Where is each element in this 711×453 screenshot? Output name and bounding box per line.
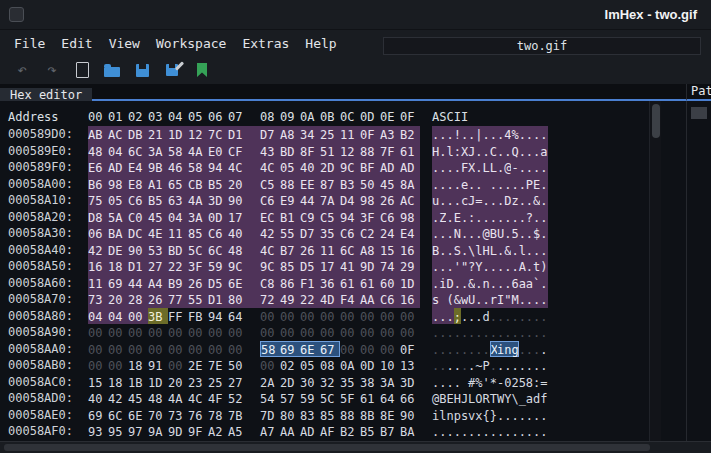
ascii-char[interactable]: ( <box>446 291 453 308</box>
hex-byte[interactable]: 48 <box>88 143 108 160</box>
hex-byte[interactable]: AF <box>320 423 340 440</box>
ascii-char[interactable]: . <box>540 126 547 143</box>
ascii-char[interactable]: L <box>468 390 475 407</box>
hex-byte[interactable]: 50 <box>360 176 380 193</box>
ascii-char[interactable]: . <box>483 192 490 209</box>
ascii-char[interactable]: @ <box>504 159 511 176</box>
hex-byte[interactable]: 65 <box>168 176 188 193</box>
hex-byte[interactable]: 05 <box>108 192 128 209</box>
ascii-char[interactable]: . <box>490 176 497 193</box>
hex-byte[interactable]: 9C <box>228 258 248 275</box>
ascii-char[interactable]: . <box>497 209 504 226</box>
new-file-button[interactable] <box>70 59 94 81</box>
ascii-char[interactable]: . <box>475 143 482 160</box>
hex-byte[interactable]: 34 <box>300 126 320 143</box>
hex-byte[interactable]: 85 <box>280 258 300 275</box>
hex-byte[interactable]: 00 <box>320 324 340 341</box>
ascii-char[interactable]: . <box>497 308 504 325</box>
ascii-char[interactable]: @ <box>483 225 490 242</box>
hex-byte[interactable]: 24 <box>380 225 400 242</box>
hex-byte[interactable]: C5 <box>260 176 280 193</box>
hex-byte[interactable]: B6 <box>88 176 108 193</box>
hex-byte[interactable]: 00 <box>300 324 320 341</box>
ascii-char[interactable]: . <box>526 225 533 242</box>
hex-byte[interactable]: 40 <box>88 390 108 407</box>
ascii-char[interactable]: . <box>519 423 526 440</box>
hex-byte[interactable]: 69 <box>88 407 108 424</box>
ascii-char[interactable]: l <box>519 242 526 259</box>
hex-byte[interactable]: 00 <box>168 357 188 374</box>
ascii-char[interactable]: . <box>497 423 504 440</box>
hex-byte[interactable]: 12 <box>340 143 360 160</box>
ascii-char[interactable]: . <box>526 324 533 341</box>
hex-byte[interactable]: 9B <box>148 159 168 176</box>
ascii-char[interactable]: . <box>526 258 533 275</box>
ascii-char[interactable]: . <box>497 192 504 209</box>
ascii-char[interactable]: W <box>497 390 504 407</box>
hex-byte[interactable]: 11 <box>168 225 188 242</box>
hex-byte[interactable]: 00 <box>400 308 420 325</box>
hex-byte[interactable]: C6 <box>208 225 228 242</box>
ascii-char[interactable]: U <box>497 225 504 242</box>
ascii-char[interactable]: . <box>461 209 468 226</box>
hex-byte[interactable]: D4 <box>340 192 360 209</box>
ascii-char[interactable]: . <box>533 423 540 440</box>
hex-byte[interactable]: C6 <box>340 225 360 242</box>
hex-byte[interactable]: 00 <box>340 308 360 325</box>
ascii-char[interactable]: ) <box>540 258 547 275</box>
ascii-char[interactable]: . <box>504 423 511 440</box>
hex-byte[interactable]: 27 <box>148 258 168 275</box>
ascii-char[interactable]: a <box>540 143 547 160</box>
hex-byte[interactable]: 58 <box>260 341 280 358</box>
hex-byte[interactable]: C6 <box>380 209 400 226</box>
hex-byte[interactable]: 67 <box>320 341 340 358</box>
hex-byte[interactable]: 5C <box>320 390 340 407</box>
hex-byte[interactable]: 90 <box>400 407 420 424</box>
hex-byte[interactable]: 4A <box>188 143 208 160</box>
ascii-char[interactable]: . <box>461 308 468 325</box>
hex-byte[interactable]: 7A <box>320 192 340 209</box>
ascii-char[interactable]: a <box>526 390 533 407</box>
ascii-char[interactable]: B <box>439 390 446 407</box>
hex-byte[interactable]: 6C <box>108 407 128 424</box>
hex-byte[interactable]: 00 <box>360 324 380 341</box>
hex-byte[interactable]: 3B <box>148 308 168 325</box>
ascii-char[interactable]: . <box>497 258 504 275</box>
hex-byte[interactable]: F4 <box>340 291 360 308</box>
hex-byte[interactable]: D5 <box>208 275 228 292</box>
ascii-char[interactable]: . <box>446 341 453 358</box>
ascii-char[interactable]: H <box>454 390 461 407</box>
ascii-char[interactable]: . <box>526 291 533 308</box>
hex-byte[interactable]: 18 <box>128 357 148 374</box>
hex-byte[interactable]: 55 <box>188 291 208 308</box>
ascii-char[interactable]: . <box>526 357 533 374</box>
ascii-char[interactable]: \ <box>511 390 518 407</box>
ascii-char[interactable]: . <box>497 242 504 259</box>
ascii-char[interactable]: . <box>511 423 518 440</box>
ascii-char[interactable]: . <box>519 225 526 242</box>
ascii-char[interactable]: . <box>454 324 461 341</box>
hex-byte[interactable]: 00 <box>340 341 360 358</box>
hex-byte[interactable]: B5 <box>208 176 228 193</box>
hex-byte[interactable]: 60 <box>380 275 400 292</box>
hex-byte[interactable]: 98 <box>108 176 128 193</box>
ascii-char[interactable]: . <box>454 176 461 193</box>
hex-byte[interactable]: BD <box>168 242 188 259</box>
ascii-char[interactable]: . <box>432 176 439 193</box>
ascii-char[interactable]: . <box>446 308 453 325</box>
hex-byte[interactable]: 1D <box>148 374 168 391</box>
ascii-char[interactable]: * <box>490 374 497 391</box>
ascii-char[interactable]: . <box>454 423 461 440</box>
ascii-char[interactable]: . <box>519 308 526 325</box>
ascii-char[interactable]: . <box>468 225 475 242</box>
hex-byte[interactable]: 4C <box>260 159 280 176</box>
hex-byte[interactable]: 9F <box>188 423 208 440</box>
hex-byte[interactable]: AD <box>108 159 128 176</box>
hex-byte[interactable]: BF <box>360 159 380 176</box>
hex-byte[interactable]: 00 <box>208 324 228 341</box>
ascii-char[interactable]: n <box>504 341 511 358</box>
ascii-char[interactable]: . <box>511 242 518 259</box>
ascii-char[interactable]: . <box>519 357 526 374</box>
hex-byte[interactable]: 94 <box>340 209 360 226</box>
ascii-char[interactable]: . <box>461 242 468 259</box>
